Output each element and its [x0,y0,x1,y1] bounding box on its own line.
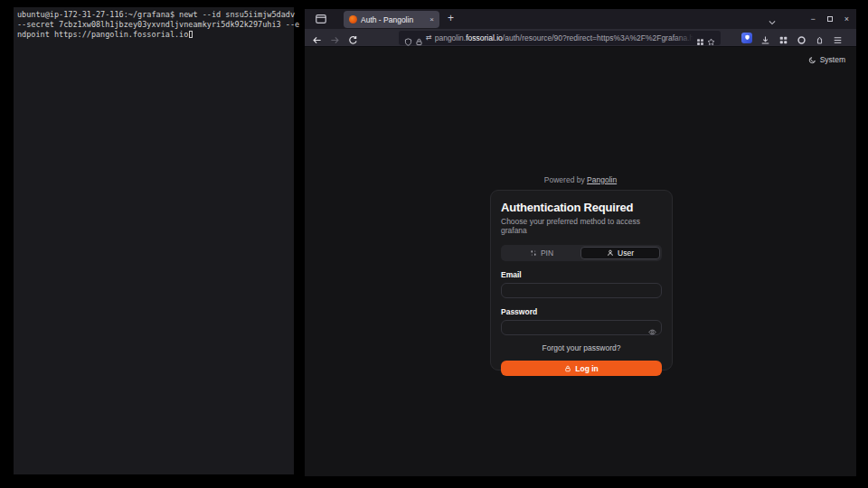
terminal-line-text: ndpoint https://pangolin.fossorial.io [17,30,188,39]
terminal-output: ubuntu@ip-172-31-27-116:~/grafana$ newt … [14,7,294,42]
email-field[interactable] [501,283,662,298]
terminal-line: ubuntu@ip-172-31-27-116:~/grafana$ newt … [17,10,290,20]
window-maximize-button[interactable] [827,15,833,23]
show-password-eye-icon[interactable] [648,324,656,332]
tab-bar: Auth - Pangolin × + − × [305,9,856,29]
login-lock-icon [564,365,571,372]
auth-card: Authentication Required Choose your pref… [490,190,673,371]
pangolin-favicon-icon [349,15,357,23]
window-minimize-button[interactable]: − [810,15,815,23]
theme-label: System [820,55,845,64]
maximize-icon [827,16,833,22]
forgot-password-link[interactable]: Forgot your password? [501,343,662,352]
tab-title: Auth - Pangolin [361,15,426,24]
firefox-view-icon[interactable] [315,13,327,25]
tab-user[interactable]: User [580,247,660,259]
powered-by: Powered by Pangolin [305,175,856,184]
tab-close-icon[interactable]: × [429,16,434,23]
extensions-puzzle-icon[interactable] [815,33,825,42]
pin-keypad-icon [530,249,537,257]
swap-arrows-icon[interactable]: ⇄ [426,34,432,42]
moon-icon [808,56,816,64]
card-subtitle: Choose your preferred method to access g… [501,217,662,235]
lock-icon[interactable] [415,33,423,42]
tab-pin-label: PIN [541,249,553,258]
bookmark-star-icon[interactable] [707,33,715,42]
terminal-window[interactable]: ubuntu@ip-172-31-27-116:~/grafana$ newt … [14,7,294,474]
powered-by-text: Powered by [544,175,585,184]
vpn-extension-icon[interactable] [741,33,752,43]
card-title: Authentication Required [501,201,662,214]
tab-user-label: User [618,249,634,258]
forward-icon[interactable] [330,33,340,42]
terminal-line: --secret 7cbz1xw08lh1jbzey03yxvndljvneam… [17,20,290,30]
desktop-background: ubuntu@ip-172-31-27-116:~/grafana$ newt … [0,0,868,488]
new-tab-button[interactable]: + [448,12,454,24]
user-icon [607,249,614,257]
password-wrapper [501,316,662,335]
window-controls: − × [768,9,849,29]
terminal-cursor [189,31,193,38]
password-label: Password [501,307,662,316]
browser-tab[interactable]: Auth - Pangolin × [344,11,439,28]
url-path: /auth/resource/90?redirect=https%3A%2F%2… [503,33,693,42]
url-text: pangolin.fossorial.io/auth/resource/90?r… [435,33,693,42]
auth-page: System Powered by Pangolin Authenticatio… [305,47,856,476]
password-field[interactable] [501,320,662,335]
url-subdomain: pangolin. [435,33,467,42]
terminal-line: ndpoint https://pangolin.fossorial.io [17,30,290,40]
tab-list-chevron-icon[interactable] [768,14,777,23]
url-domain: fossorial.io [466,33,503,42]
menu-icon[interactable] [833,33,843,42]
back-icon[interactable] [312,33,322,42]
reload-icon[interactable] [348,33,358,42]
window-close-button[interactable]: × [844,15,849,23]
login-button[interactable]: Log in [501,361,662,376]
pangolin-link[interactable]: Pangolin [587,175,617,184]
url-bar[interactable]: ⇄ pangolin.fossorial.io/auth/resource/90… [399,31,721,45]
tracking-shield-icon[interactable] [404,33,412,42]
auth-method-tabs: PIN User [501,245,662,261]
containers-grid-icon[interactable] [696,33,704,42]
navigation-toolbar: ⇄ pangolin.fossorial.io/auth/resource/90… [305,29,856,47]
adblock-icon[interactable] [797,33,807,42]
browser-window: Auth - Pangolin × + − × [305,9,856,476]
login-button-label: Log in [575,364,599,373]
extension-toolbar [733,33,843,43]
email-label: Email [501,270,662,279]
download-icon[interactable] [760,33,770,42]
tab-pin[interactable]: PIN [503,247,580,259]
theme-toggle-button[interactable]: System [808,55,845,64]
account-containers-icon[interactable] [778,33,788,42]
